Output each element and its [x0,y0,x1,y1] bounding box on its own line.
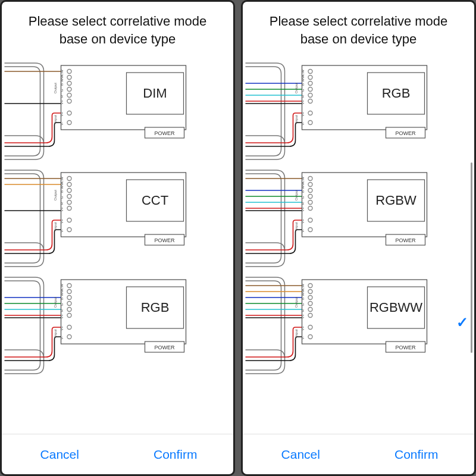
svg-text:V+: V+ [301,100,305,105]
phone-panel-left: Please select correlative mode base on d… [0,0,235,476]
svg-text:Input: Input [295,329,298,337]
svg-text:V-: V- [60,123,64,126]
confirm-button[interactable]: Confirm [359,434,475,474]
svg-text:POWER: POWER [154,345,175,350]
svg-text:V+: V+ [301,326,305,331]
svg-text:RGBW: RGBW [375,193,416,208]
svg-text:WW: WW [301,289,305,296]
confirm-button[interactable]: Confirm [118,434,234,474]
dialog-title: Please select correlative mode base on d… [243,2,474,56]
svg-text:RGB: RGB [141,300,170,315]
svg-text:B: B [301,83,305,86]
svg-text:V+: V+ [301,207,305,212]
svg-text:CCT: CCT [142,193,168,208]
svg-text:V+: V+ [60,112,64,117]
svg-text:R: R [60,202,64,205]
svg-text:WW: WW [301,182,305,189]
svg-text:Output: Output [54,190,57,201]
svg-text:G: G [60,196,64,199]
dialog-title: Please select correlative mode base on d… [2,2,233,56]
svg-text:V+: V+ [301,112,305,117]
svg-text:R: R [60,95,64,98]
svg-text:CW: CW [60,70,64,76]
svg-text:G: G [301,303,305,306]
svg-text:RGBWW: RGBWW [369,300,422,315]
svg-text:CW: CW [60,177,64,183]
mode-option-rgb[interactable]: RGB CWWWBGRV+V+V- Output Input POWER [2,270,233,375]
mode-option-dim[interactable]: DIM CWWWBGRV+V+V- Output Input POWER [2,56,233,161]
svg-text:WW: WW [60,75,64,82]
svg-text:POWER: POWER [395,345,416,350]
phone-panel-right: Please select correlative mode base on d… [241,0,476,476]
svg-text:Input: Input [295,222,298,230]
mode-option-rgbw[interactable]: RGBW CWWWBGRV+V+V- Output Input POWER [243,163,474,268]
dialog-buttons: Cancel Confirm [2,434,233,474]
svg-text:WW: WW [301,75,305,82]
wiring-diagram-icon: RGB CWWWBGRV+V+V- Output Input POWER [2,270,209,375]
scrollbar[interactable] [471,162,472,353]
svg-text:R: R [301,202,305,205]
svg-text:R: R [301,309,305,312]
svg-text:CW: CW [301,70,305,76]
mode-option-cct[interactable]: CCT CWWWBGRV+V+V- Output Input POWER [2,163,233,268]
svg-text:POWER: POWER [154,130,175,136]
svg-text:B: B [301,298,305,300]
cancel-button[interactable]: Cancel [2,434,118,474]
svg-text:R: R [60,309,64,312]
svg-text:WW: WW [60,182,64,189]
svg-text:CW: CW [301,284,305,290]
wiring-diagram-icon: DIM CWWWBGRV+V+V- Output Input POWER [2,56,209,161]
svg-text:V+: V+ [60,207,64,212]
svg-text:CW: CW [60,284,64,290]
svg-text:V+: V+ [301,219,305,224]
mode-option-list[interactable]: DIM CWWWBGRV+V+V- Output Input POWER CCT… [2,56,233,434]
cancel-button[interactable]: Cancel [243,434,359,474]
svg-text:G: G [60,303,64,306]
svg-text:Output: Output [295,83,298,93]
svg-text:G: G [60,89,64,92]
svg-text:V-: V- [60,230,64,233]
svg-text:V+: V+ [60,219,64,224]
svg-text:B: B [301,190,305,193]
svg-text:Output: Output [295,297,298,308]
svg-text:G: G [301,196,305,199]
svg-text:Input: Input [54,222,57,230]
svg-text:B: B [60,298,64,300]
svg-text:V-: V- [301,123,305,126]
svg-text:V-: V- [301,337,305,340]
svg-text:WW: WW [60,289,64,296]
svg-text:R: R [301,95,305,98]
svg-text:G: G [301,89,305,92]
svg-text:Input: Input [295,115,298,123]
wiring-diagram-icon: RGBWW CWWWBGRV+V+V- Output Input POWER [243,270,450,375]
svg-text:V+: V+ [60,326,64,331]
svg-text:V-: V- [60,337,64,340]
panel-content: Please select correlative mode base on d… [2,2,233,474]
svg-text:V+: V+ [60,100,64,105]
svg-text:DIM: DIM [143,86,167,101]
wiring-diagram-icon: CCT CWWWBGRV+V+V- Output Input POWER [2,163,209,268]
wiring-diagram-icon: RGBW CWWWBGRV+V+V- Output Input POWER [243,163,450,268]
svg-text:POWER: POWER [395,130,416,136]
svg-text:Output: Output [54,83,57,93]
svg-text:POWER: POWER [154,237,175,243]
svg-text:V+: V+ [301,314,305,319]
svg-text:V-: V- [301,230,305,233]
wiring-diagram-icon: RGB CWWWBGRV+V+V- Output Input POWER [243,56,450,161]
svg-text:B: B [60,190,64,193]
svg-text:Output: Output [295,190,298,201]
svg-text:RGB: RGB [382,86,411,101]
svg-text:B: B [60,83,64,86]
svg-text:V+: V+ [60,314,64,319]
svg-text:CW: CW [301,177,305,183]
svg-text:Output: Output [54,297,57,308]
mode-option-list[interactable]: RGB CWWWBGRV+V+V- Output Input POWER RGB… [243,56,474,434]
panel-content: Please select correlative mode base on d… [243,2,474,474]
mode-option-rgb[interactable]: RGB CWWWBGRV+V+V- Output Input POWER [243,56,474,161]
svg-text:Input: Input [54,115,57,123]
mode-option-rgbww[interactable]: RGBWW CWWWBGRV+V+V- Output Input POWER ✓ [243,270,474,375]
svg-text:Input: Input [54,329,57,337]
svg-text:POWER: POWER [395,237,416,243]
dialog-buttons: Cancel Confirm [243,434,474,474]
